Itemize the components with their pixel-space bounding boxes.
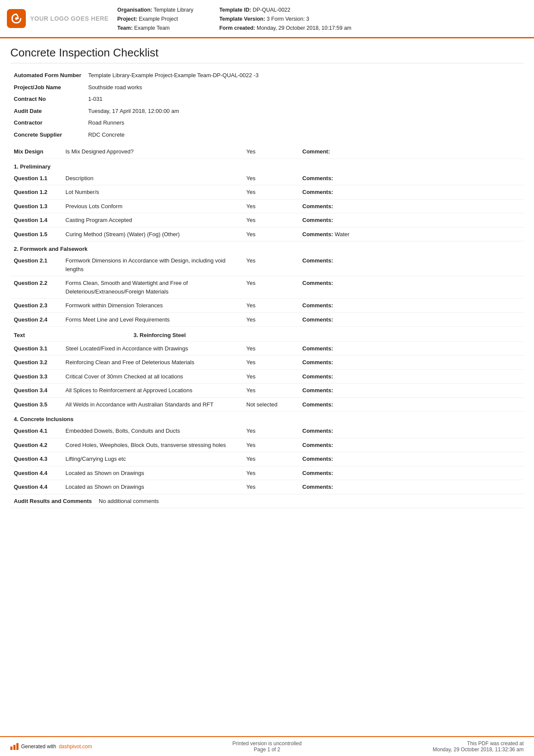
q-label-q1.5: Question 1.5 bbox=[10, 227, 62, 241]
q-comment-q1.1: Comments: bbox=[299, 172, 524, 185]
q-comment-label-q4.2: Comments: bbox=[302, 442, 333, 448]
q-comment-q3.2: Comments: bbox=[299, 356, 524, 370]
q-desc-q1.3: Previous Lots Conform bbox=[62, 199, 243, 213]
contractor-label: Contractor bbox=[10, 117, 85, 129]
footer-right: This PDF was created at Monday, 29 Octob… bbox=[403, 740, 524, 753]
svg-point-0 bbox=[15, 17, 18, 20]
team-row: Team: Example Team bbox=[117, 24, 193, 32]
question-row-q1.1: Question 1.1DescriptionYesComments: bbox=[10, 172, 524, 185]
form-version-value: 3 bbox=[306, 16, 309, 22]
q-desc-q1.4: Casting Program Accepted bbox=[62, 213, 243, 228]
q-desc-q4.2: Cored Holes, Weepholes, Block Outs, tran… bbox=[62, 438, 243, 452]
q-label-q2.1: Question 2.1 bbox=[10, 254, 62, 276]
q-label-q4.2: Question 4.2 bbox=[10, 438, 62, 452]
q-value-q1.5: Yes bbox=[243, 227, 299, 241]
questions-table-section1: Question 1.1DescriptionYesComments:Quest… bbox=[10, 172, 524, 242]
team-label: Team: bbox=[117, 25, 133, 31]
question-row-q4.4b: Question 4.4Located as Shown on Drawings… bbox=[10, 480, 524, 494]
concrete-supplier-label: Concrete Supplier bbox=[10, 129, 85, 141]
q-desc-q2.3: Formwork within Dimension Tolerances bbox=[62, 299, 243, 313]
q-comment-q1.2: Comments: bbox=[299, 185, 524, 200]
audit-date-value: Tuesday, 17 April 2018, 12:00:00 am bbox=[85, 105, 524, 117]
q-desc-q1.2: Lot Number/s bbox=[62, 185, 243, 200]
footer-center-line1: Printed version is uncontrolled bbox=[140, 740, 394, 747]
section-text-header-section3_text: Text3. Reinforcing Steel bbox=[10, 327, 524, 342]
q-value-q1.1: Yes bbox=[243, 172, 299, 185]
q-label-q2.2: Question 2.2 bbox=[10, 276, 62, 299]
team-value: Example Team bbox=[134, 25, 170, 31]
q-desc-q3.1: Steel Located/Fixed in Accordance with D… bbox=[62, 342, 243, 356]
footer-left: Generated with dashpivot.com bbox=[10, 743, 131, 750]
question-row-q3.5: Question 3.5All Welds in Accordance with… bbox=[10, 397, 524, 412]
q-comment-q2.2: Comments: bbox=[299, 276, 524, 299]
q-comment-q3.3: Comments: bbox=[299, 369, 524, 384]
q-label-q3.5: Question 3.5 bbox=[10, 397, 62, 412]
section-header-row-section3_text: Text3. Reinforcing Steel bbox=[10, 327, 524, 341]
q-comment-label-q1.2: Comments: bbox=[302, 189, 333, 195]
generated-text: Generated with bbox=[21, 744, 56, 750]
logo-area: YOUR LOGO GOES HERE bbox=[7, 5, 109, 32]
q-comment-q2.1: Comments: bbox=[299, 254, 524, 276]
q-comment-q2.4: Comments: bbox=[299, 312, 524, 327]
q-value-q4.2: Yes bbox=[243, 438, 299, 452]
question-row-q4.3: Question 4.3Lifting/Carrying Lugs etcYes… bbox=[10, 452, 524, 466]
form-version-label: Form Version: bbox=[271, 16, 305, 22]
bar2 bbox=[13, 745, 16, 750]
header: YOUR LOGO GOES HERE Organisation: Templa… bbox=[0, 0, 534, 38]
q-label-q4.3: Question 4.3 bbox=[10, 452, 62, 466]
question-row-q1.3: Question 1.3Previous Lots ConformYesComm… bbox=[10, 199, 524, 213]
q-comment-label-q4.4a: Comments: bbox=[302, 470, 333, 476]
questions-table-section3_text: Question 3.1Steel Located/Fixed in Accor… bbox=[10, 342, 524, 412]
footer-right-line2: Monday, 29 October 2018, 11:32:36 am bbox=[403, 747, 524, 753]
question-row-q3.4: Question 3.4All Splices to Reinforcement… bbox=[10, 384, 524, 398]
q-label-q4.1: Question 4.1 bbox=[10, 424, 62, 438]
version-row: Template Version: 3 Form Version: 3 bbox=[219, 15, 351, 23]
q-label-q3.2: Question 3.2 bbox=[10, 356, 62, 370]
q-value-q4.3: Yes bbox=[243, 452, 299, 466]
form-created-label: Form created: bbox=[219, 25, 255, 31]
info-row-audit-date: Audit Date Tuesday, 17 April 2018, 12:00… bbox=[10, 105, 524, 117]
q-desc-q3.3: Critical Cover of 30mm Checked at all lo… bbox=[62, 369, 243, 384]
q-desc-q1.1: Description bbox=[62, 172, 243, 185]
q-comment-q4.4a: Comments: bbox=[299, 466, 524, 480]
q-desc-q2.1: Formwork Dimensions in Accordance with D… bbox=[62, 254, 243, 276]
template-id-value: DP-QUAL-0022 bbox=[253, 7, 291, 13]
q-comment-q4.4b: Comments: bbox=[299, 480, 524, 494]
contract-label: Contract No bbox=[10, 93, 85, 105]
q-value-q4.4a: Yes bbox=[243, 466, 299, 480]
footer-center-line2: Page 1 of 2 bbox=[140, 747, 394, 753]
audit-results-label: Audit Results and Comments bbox=[10, 494, 95, 508]
q-comment-label-q1.1: Comments: bbox=[302, 175, 333, 181]
q-comment-label-q2.1: Comments: bbox=[302, 257, 333, 264]
mix-design-comment-label: Comment: bbox=[302, 148, 330, 155]
footer: Generated with dashpivot.com Printed ver… bbox=[0, 736, 534, 756]
q-label-q1.1: Question 1.1 bbox=[10, 172, 62, 185]
dashpivot-link[interactable]: dashpivot.com bbox=[59, 744, 92, 750]
mix-design-comment: Comment: bbox=[299, 145, 524, 159]
q-label-q1.3: Question 1.3 bbox=[10, 199, 62, 213]
question-row-q4.4a: Question 4.4Located as Shown on Drawings… bbox=[10, 466, 524, 480]
mix-design-table: Mix Design Is Mix Designed Approved? Yes… bbox=[10, 145, 524, 159]
q-comment-q1.5: Comments: Water bbox=[299, 227, 524, 241]
form-number-value: Template Library-Example Project-Example… bbox=[85, 69, 524, 81]
form-number-label: Automated Form Number bbox=[10, 69, 85, 81]
header-col-left: Organisation: Template Library Project: … bbox=[117, 6, 193, 32]
q-comment-label-q4.4b: Comments: bbox=[302, 484, 333, 490]
dashpivot-logo-icon bbox=[10, 743, 19, 750]
header-meta: Organisation: Template Library Project: … bbox=[117, 5, 524, 32]
q-value-q2.2: Yes bbox=[243, 276, 299, 299]
q-comment-label-q4.1: Comments: bbox=[302, 428, 333, 434]
footer-right-line1: This PDF was created at bbox=[403, 740, 524, 747]
q-label-q3.1: Question 3.1 bbox=[10, 342, 62, 356]
question-row-q1.4: Question 1.4Casting Program AcceptedYesC… bbox=[10, 213, 524, 228]
contractor-value: Road Runners bbox=[85, 117, 524, 129]
q-comment-q4.3: Comments: bbox=[299, 452, 524, 466]
audit-results-row: Audit Results and Comments No additional… bbox=[10, 494, 524, 508]
q-value-q2.1: Yes bbox=[243, 254, 299, 276]
question-row-q3.2: Question 3.2Reinforcing Clean and Free o… bbox=[10, 356, 524, 370]
section-header-section2: 2. Formwork and Falsework bbox=[10, 241, 524, 254]
question-row-q2.4: Question 2.4Forms Meet Line and Level Re… bbox=[10, 312, 524, 327]
q-comment-q3.4: Comments: bbox=[299, 384, 524, 398]
q-label-q3.3: Question 3.3 bbox=[10, 369, 62, 384]
q-comment-label-q1.4: Comments: bbox=[302, 217, 333, 223]
